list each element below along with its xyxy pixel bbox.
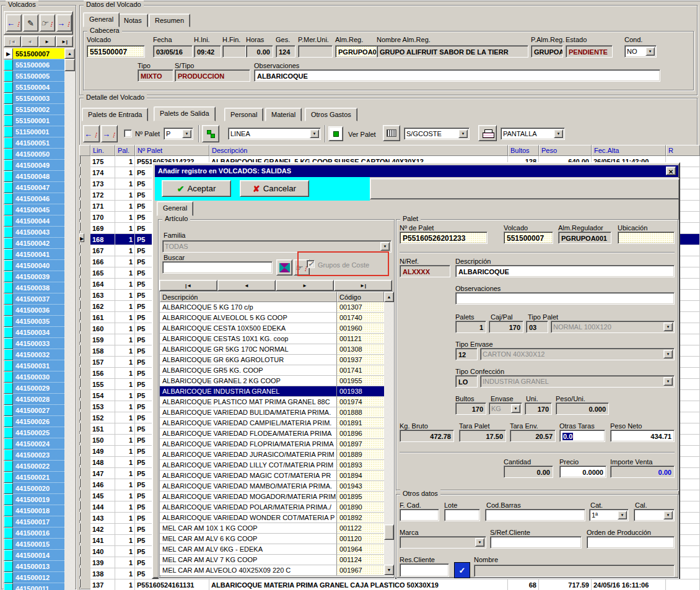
dropdown-arrow-icon[interactable]: [458, 129, 468, 138]
row-selector[interactable]: [79, 412, 81, 420]
cancel-button[interactable]: Cancelar: [240, 180, 309, 197]
volcado-list-item[interactable]: 441500040: [4, 260, 64, 271]
volcado-list-item[interactable]: 441500051: [4, 137, 64, 149]
remove-line-button[interactable]: [83, 125, 100, 142]
article-list-item[interactable]: ALBARICOQUE CESTAS 10X1 KG. coop001121: [160, 334, 384, 344]
tab-otros-gastos[interactable]: Otros Gastos: [305, 108, 357, 121]
row-selector[interactable]: [79, 256, 81, 264]
nav-last-button[interactable]: [56, 36, 73, 47]
volcado-list-item[interactable]: 441500032: [4, 349, 64, 360]
volcado-list-item[interactable]: 441500017: [4, 516, 64, 527]
volcado-list-item[interactable]: 441500037: [4, 293, 64, 305]
volcado-list-item[interactable]: 441500048: [4, 171, 64, 182]
output-dropdown[interactable]: PANTALLA: [501, 128, 565, 140]
volcado-list-item[interactable]: 441500021: [4, 472, 64, 483]
npalet-checkbox[interactable]: [124, 129, 132, 137]
row-selector[interactable]: [79, 568, 81, 576]
volcado-list-item[interactable]: 441500024: [4, 438, 64, 449]
add-record-button[interactable]: [56, 14, 72, 32]
dropdown-arrow-icon[interactable]: [618, 511, 627, 519]
article-list-item[interactable]: ALBARICOQUE CESTA 10X500 EDEKA001960: [160, 323, 384, 334]
pick-record-button[interactable]: [40, 14, 55, 32]
cod-barras-input[interactable]: [485, 509, 585, 521]
row-selector[interactable]: [79, 367, 81, 376]
volcado-list-item[interactable]: 551500005: [4, 71, 64, 82]
row-selector[interactable]: [79, 467, 81, 476]
row-selector[interactable]: [79, 557, 81, 565]
col-descripcion-header[interactable]: Descripción: [209, 145, 508, 156]
dlg-observaciones-field[interactable]: [455, 292, 675, 305]
article-list-item[interactable]: ALBARICOQUE 5 KG 170 c/p001307: [160, 302, 384, 313]
row-selector[interactable]: [79, 300, 81, 309]
article-list-item[interactable]: ALBARICOQUE ALVEOLOL 5 KG COOP001740: [160, 313, 384, 323]
dialog-titlebar[interactable]: Añadir registro en VOLCADOS: SALIDAS: [155, 165, 678, 177]
volcado-list-item[interactable]: 441500022: [4, 461, 64, 472]
volcado-list-item[interactable]: 441500011: [4, 583, 64, 590]
volcado-list-item[interactable]: 551500004: [4, 82, 64, 93]
cat-dropdown[interactable]: 1ª: [589, 509, 629, 521]
res-cliente-input[interactable]: [400, 563, 449, 577]
volcado-list-item[interactable]: 441500036: [4, 305, 64, 316]
npalet-prefix-dropdown[interactable]: P: [164, 128, 193, 140]
article-last-button[interactable]: [334, 280, 392, 291]
volcado-list-item[interactable]: 441500012: [4, 572, 64, 583]
search-button[interactable]: [276, 259, 292, 275]
palet-table-row[interactable]: 1371P55160524161131ALBARICOQUE MATERIA P…: [79, 579, 700, 590]
row-selector[interactable]: [79, 512, 81, 521]
volcado-list-item[interactable]: 441500027: [4, 405, 64, 416]
observaciones-field[interactable]: ALBARICOQUE: [254, 69, 660, 82]
sref-cliente-input[interactable]: [490, 536, 582, 549]
row-selector[interactable]: [79, 545, 81, 554]
volcado-list-item[interactable]: 441500019: [4, 494, 64, 505]
dropdown-arrow-icon[interactable]: [645, 47, 655, 56]
col-lin-header[interactable]: Lin.: [90, 145, 115, 156]
volcado-list-item[interactable]: 551500003: [4, 93, 64, 104]
row-selector[interactable]: [79, 501, 81, 510]
dialog-close-button[interactable]: [666, 167, 676, 175]
volcado-list-item[interactable]: 441500023: [4, 449, 64, 461]
volcado-list-item[interactable]: 441500034: [4, 327, 64, 338]
orden-produccion-input[interactable]: [587, 536, 675, 549]
row-selector[interactable]: [79, 311, 81, 320]
dropdown-arrow-icon[interactable]: [182, 129, 191, 138]
peso-neto-input[interactable]: 434.71: [610, 430, 675, 442]
volcados-scroll-thumb[interactable]: [64, 59, 75, 71]
view-mode-dropdown[interactable]: LINEA: [228, 128, 321, 140]
lote-input[interactable]: [444, 509, 480, 521]
tab-palets-salida[interactable]: Palets de Salida: [154, 106, 216, 121]
ver-palet-button[interactable]: [328, 126, 343, 141]
delete-record-button[interactable]: [6, 14, 22, 32]
volcado-list-item[interactable]: 441500013: [4, 561, 64, 572]
volcado-list-item[interactable]: 441500030: [4, 371, 64, 383]
volcados-scroll-up-button[interactable]: [64, 48, 75, 59]
row-selector[interactable]: [79, 523, 81, 532]
accept-button[interactable]: Aceptar: [162, 180, 231, 197]
col-r-header[interactable]: R: [666, 145, 700, 156]
row-selector[interactable]: [79, 200, 81, 209]
article-col-codigo[interactable]: Código: [337, 292, 384, 302]
row-selector[interactable]: ▶: [79, 233, 84, 242]
volcado-list-item[interactable]: 441500014: [4, 550, 64, 561]
col-npalet-header[interactable]: Nº Palet: [135, 145, 209, 156]
article-list-item[interactable]: ALBARICOQUE VARIEDAD LILLY COT/MATERIA P…: [160, 460, 384, 471]
row-selector[interactable]: [79, 334, 81, 342]
volcado-list-item[interactable]: 441500049: [4, 160, 64, 171]
gcoste-dropdown[interactable]: S/GCOSTE: [404, 128, 470, 140]
volcado-list-item[interactable]: 441500026: [4, 416, 64, 427]
article-list-item[interactable]: ALBARICOQUE VARIEDAD BULIDA/MATERIA PRIM…: [160, 407, 384, 418]
nav-next-button[interactable]: [38, 36, 56, 47]
article-list-item[interactable]: ALBARICOQUE GR 6KG AGROLOTUR001937: [160, 355, 384, 365]
article-list-item[interactable]: ALBARICOQUE GR 5KG 170C NORMAL001308: [160, 344, 384, 355]
tab-material[interactable]: Material: [265, 108, 302, 121]
row-selector[interactable]: [79, 178, 81, 186]
barcode-button[interactable]: [383, 125, 400, 141]
article-list-item[interactable]: MEL CAR AM ALVEOLO 40X25X09 220 C001967: [160, 565, 384, 576]
tab-general[interactable]: General: [83, 12, 120, 27]
volcado-list-item[interactable]: 441500025: [4, 427, 64, 438]
volcado-list-item[interactable]: 441500043: [4, 227, 64, 238]
row-selector[interactable]: [79, 456, 81, 465]
row-selector[interactable]: [79, 445, 81, 454]
row-selector[interactable]: [79, 289, 81, 298]
volcado-list-item[interactable]: 441500031: [4, 360, 64, 371]
volcado-list-item[interactable]: 441500042: [4, 238, 64, 249]
